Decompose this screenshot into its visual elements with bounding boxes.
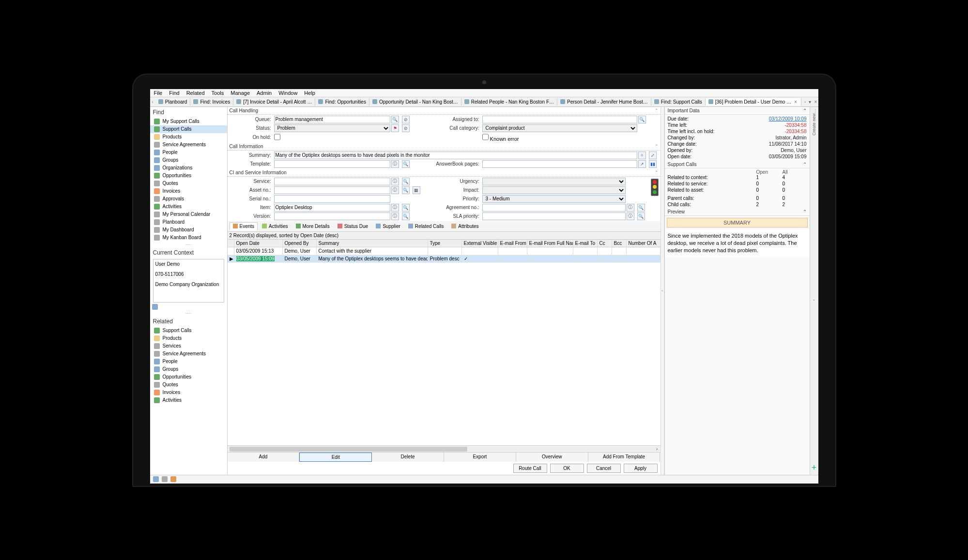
tab-invoice-detail[interactable]: [7] Invoice Detail - April Alcott … [233,98,315,106]
queue-input[interactable] [274,116,390,123]
sidebar-item-people[interactable]: People [150,149,227,156]
pause-icon[interactable]: ▮▮ [649,160,657,168]
search-icon[interactable]: 🔍 [391,116,399,123]
urgency-select[interactable] [482,178,626,185]
sidebar-splitter-icon-2[interactable]: ····· [150,310,227,316]
subtab-more-details[interactable]: More Details [292,222,333,230]
knownerror-checkbox[interactable] [482,133,489,141]
assetno-input[interactable] [274,186,390,194]
barcode-icon[interactable]: ▦ [413,186,420,194]
info-icon[interactable]: ⓘ [391,204,399,212]
context-person-icon[interactable] [152,304,158,310]
assignedto-input[interactable] [482,116,637,123]
priority-select[interactable]: 3 - Medium [482,195,626,203]
sidebar-item-activities[interactable]: Activities [150,203,227,211]
subtab-events[interactable]: Events [230,222,258,230]
sidebar-item-my-kanban-board[interactable]: My Kanban Board [150,234,227,242]
right-rail-chevron-icon[interactable]: ⌄ [812,297,816,302]
sidebar-item-support-calls[interactable]: Support Calls [150,125,227,133]
menu-window[interactable]: Window [278,90,297,96]
status-user-icon[interactable] [153,476,159,482]
sidebar-item-service-agreements[interactable]: Service Agreements [150,350,227,358]
collapse-icon[interactable]: ⌃ [655,144,659,149]
service-input[interactable] [274,178,390,185]
right-panel-collapser[interactable]: › [661,107,664,475]
sidebar-item-people[interactable]: People [150,358,227,365]
sidebar-item-activities[interactable]: Activities [150,396,227,404]
menu-manage[interactable]: Manage [230,90,250,96]
sidebar-item-approvals[interactable]: Approvals [150,195,227,203]
info-icon[interactable]: ⓘ [391,178,399,185]
overview-button[interactable]: Overview [516,453,588,462]
sidebar-item-my-dashboard[interactable]: My Dashboard [150,226,227,234]
tab-find-support-calls[interactable]: Find: Support Calls [651,98,706,106]
onhold-checkbox[interactable] [274,133,280,141]
slapriority-input[interactable] [482,212,626,220]
clear-icon[interactable]: ⊘ [402,116,410,123]
add-icon[interactable]: + [812,463,817,473]
tab-menu-icon[interactable]: ▾ [809,99,811,105]
tab-planboard[interactable]: Planboard [155,98,191,106]
sidebar-item-invoices[interactable]: Invoices [150,187,227,195]
sidebar-splitter-icon[interactable]: ····· [150,242,227,247]
menu-find[interactable]: Find [169,90,179,96]
horizontal-scrollbar[interactable]: ‹› [228,445,661,452]
sidebar-item-quotes[interactable]: Quotes [150,180,227,187]
wand-icon[interactable]: ✧ [638,151,646,159]
sidebar-item-groups[interactable]: Groups [150,365,227,373]
tab-find-invoices[interactable]: Find: Invoices [190,98,233,106]
sidebar-item-organizations[interactable]: Organizations [150,164,227,172]
menu-related[interactable]: Related [186,90,205,96]
export-button[interactable]: Export [444,453,516,462]
expand-icon[interactable]: ⤢ [649,151,657,159]
info-icon[interactable]: ⓘ [391,212,399,220]
search-icon[interactable]: 🔍 [402,186,410,194]
collapse-icon[interactable]: ⌃ [655,170,659,175]
grid-columns[interactable]: Open Date Opened By Summary Type Externa… [228,240,661,247]
collapse-icon[interactable]: ⌃ [803,108,807,113]
ok-button[interactable]: OK [550,464,584,473]
sidebar-item-planboard[interactable]: Planboard [150,218,227,226]
tab-opportunity-detail[interactable]: Opportunity Detail - Nan King Bost… [369,98,461,106]
version-input[interactable] [274,212,390,220]
tab-problem-detail[interactable]: [36] Problem Detail - User Demo …× [706,98,801,106]
search-icon[interactable]: 🔍 [402,212,410,220]
tab-newwindow-icon[interactable]: ▫ [804,99,806,105]
subtab-attributes[interactable]: Attributes [448,222,482,230]
summary-input[interactable] [274,151,637,159]
collapse-icon[interactable]: ⌃ [803,209,807,214]
status-lock-icon[interactable] [162,476,168,482]
collapse-icon[interactable]: ⌃ [803,162,807,167]
template-input[interactable] [274,160,390,168]
edit-button[interactable]: Edit [299,453,372,462]
status-flag-icon[interactable]: ⚑ [391,124,399,132]
goto-icon[interactable]: ↗ [638,160,646,168]
table-row[interactable]: ▶03/05/2009 15:09Demo, UserMany of the O… [228,255,661,263]
subtab-supplier[interactable]: Supplier [372,222,404,230]
add-from-template-button[interactable]: Add From Template [588,453,661,462]
info-icon[interactable]: ⓘ [627,204,634,212]
menu-tools[interactable]: Tools [212,90,224,96]
menu-help[interactable]: Help [304,90,315,96]
info-icon[interactable]: ⓘ [391,186,399,194]
delete-button[interactable]: Delete [372,453,444,462]
tab-scroll-left-icon[interactable]: ‹ [150,99,155,105]
sidebar-item-support-calls[interactable]: Support Calls [150,327,227,334]
sidebar-item-service-agreements[interactable]: Service Agreements [150,141,227,149]
search-icon[interactable]: 🔍 [402,178,410,185]
create-new-button[interactable]: Create new… [812,109,816,136]
sidebar-item-products[interactable]: Products [150,133,227,141]
tab-person-detail[interactable]: Person Detail - Jennifer Hume Bost… [557,98,651,106]
search-icon[interactable]: 🔍 [637,204,645,212]
cancel-button[interactable]: Cancel [587,464,621,473]
answerbook-input[interactable] [482,160,637,168]
menu-file[interactable]: File [154,90,163,96]
sidebar-item-invoices[interactable]: Invoices [150,389,227,396]
collapse-icon[interactable]: ⌃ [655,108,659,113]
search-icon[interactable]: 🔍 [402,204,410,212]
clear-icon[interactable]: ⊘ [402,124,410,132]
search-icon[interactable]: 🔍 [402,160,410,168]
search-icon[interactable]: 🔍 [638,116,646,123]
sidebar-item-opportunities[interactable]: Opportunities [150,373,227,381]
menu-admin[interactable]: Admin [257,90,272,96]
